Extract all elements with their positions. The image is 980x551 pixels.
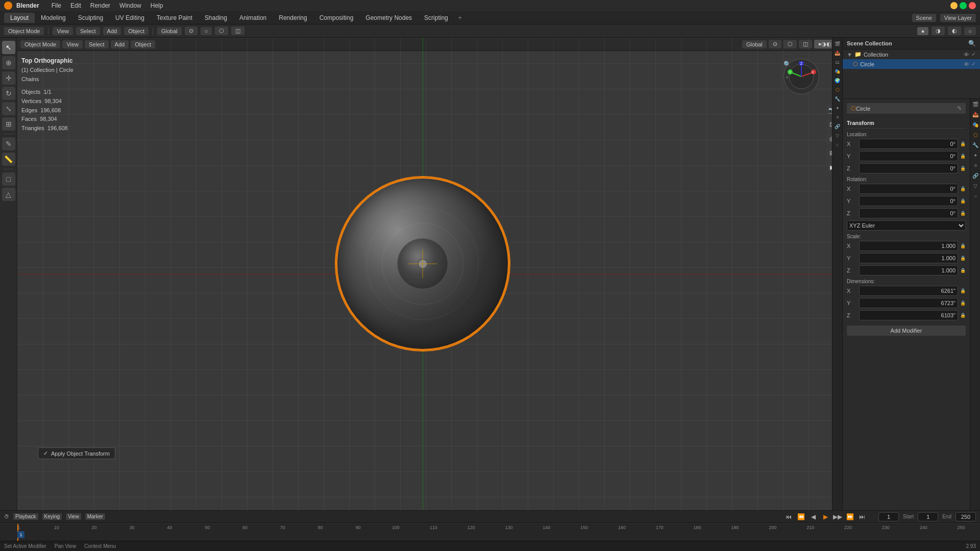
loc-z-icon[interactable]: 🔒 <box>960 166 966 171</box>
proportional-edit-toggle[interactable]: ○ <box>201 27 212 35</box>
dim-y-input[interactable] <box>859 298 958 308</box>
menu-window[interactable]: Window <box>115 1 145 10</box>
shading-solid[interactable]: ● <box>917 27 929 35</box>
prop-tab-constraints[interactable]: 🔗 <box>970 170 980 181</box>
prop-tab-data[interactable]: ▽ <box>970 181 980 191</box>
collection-eye-icon[interactable]: 👁 <box>964 52 969 58</box>
next-keyframe-button[interactable]: ⏩ <box>846 513 854 521</box>
material-properties-icon[interactable]: ○ <box>834 141 842 149</box>
snap-toggle[interactable]: ⊙ <box>185 27 198 35</box>
add-modifier-button[interactable]: Add Modifier <box>847 325 966 336</box>
playback-menu[interactable]: Playback <box>13 513 38 520</box>
tab-compositing[interactable]: Compositing <box>313 13 360 23</box>
current-frame-input[interactable] <box>878 512 899 521</box>
cursor-tool[interactable]: ⊕ <box>2 56 15 69</box>
tab-scripting[interactable]: Scripting <box>418 13 454 23</box>
rot-z-input[interactable] <box>859 208 958 218</box>
add-cube-tool[interactable]: □ <box>2 172 15 186</box>
object-name-edit-icon[interactable]: ✎ <box>957 105 962 112</box>
add-cone-tool[interactable]: △ <box>2 188 15 201</box>
tab-texture-paint[interactable]: Texture Paint <box>151 13 199 23</box>
menu-edit[interactable]: Edit <box>66 1 85 10</box>
dim-y-icon[interactable]: 🔒 <box>960 300 966 306</box>
prop-tab-particles[interactable]: ✦ <box>970 150 980 160</box>
skip-start-button[interactable]: ⏮ <box>785 513 793 521</box>
scene-dropdown[interactable]: Scene <box>912 14 936 22</box>
loc-x-input[interactable] <box>859 139 958 149</box>
scale-y-input[interactable] <box>859 253 958 263</box>
frame-start-input[interactable] <box>918 512 938 521</box>
object-properties-icon[interactable]: ⬡ <box>834 86 842 94</box>
loc-z-input[interactable] <box>859 163 958 173</box>
navigation-gizmo[interactable]: X Y Z 🔍 + <box>781 56 822 97</box>
rotate-tool[interactable]: ↻ <box>2 87 15 100</box>
scale-z-icon[interactable]: 🔒 <box>960 268 966 273</box>
apply-transform-bar[interactable]: ✓ Apply Object Transform <box>38 447 115 459</box>
viewport-add-menu[interactable]: Add <box>103 27 121 35</box>
circle-eye-icon[interactable]: 👁 <box>964 61 969 67</box>
transform-title[interactable]: Transform <box>847 118 966 129</box>
dim-x-icon[interactable]: 🔒 <box>960 288 966 293</box>
dim-z-icon[interactable]: 🔒 <box>960 313 966 318</box>
rot-x-input[interactable] <box>859 184 958 194</box>
loc-y-icon[interactable]: 🔒 <box>960 154 966 159</box>
transform-tool[interactable]: ⊞ <box>2 117 15 131</box>
3d-object-circle[interactable] <box>336 177 509 350</box>
render-properties-icon[interactable]: 🎬 <box>834 40 842 48</box>
view-layer-dropdown[interactable]: View Layer <box>940 14 976 22</box>
viewport-object-menu[interactable]: Object <box>124 27 149 35</box>
loc-y-input[interactable] <box>859 151 958 161</box>
tab-geometry-nodes[interactable]: Geometry Nodes <box>359 13 418 23</box>
scale-tool[interactable]: ⤡ <box>2 102 15 115</box>
tab-modeling[interactable]: Modeling <box>35 13 72 23</box>
rotation-mode-select[interactable]: XYZ Euler <box>847 220 966 231</box>
viewport-view-menu[interactable]: View <box>53 27 73 35</box>
physics-properties-icon[interactable]: ⚛ <box>834 113 842 121</box>
prop-tab-output[interactable]: 📤 <box>970 109 980 119</box>
close-button[interactable] <box>969 2 976 9</box>
overlay-toggle[interactable]: ⬡ <box>215 27 228 35</box>
measure-tool[interactable]: 📏 <box>2 153 15 166</box>
output-properties-icon[interactable]: 📤 <box>834 49 842 57</box>
tab-sculpting[interactable]: Sculpting <box>72 13 109 23</box>
frame-end-input[interactable] <box>955 512 976 521</box>
collection-check-icon[interactable]: ✓ <box>971 51 976 58</box>
scene-properties-icon[interactable]: 🎭 <box>834 67 842 76</box>
menu-render[interactable]: Render <box>86 1 114 10</box>
outliner-search-icon[interactable]: 🔍 <box>968 40 976 47</box>
shading-rendered[interactable]: ◐ <box>948 27 961 35</box>
rot-y-icon[interactable]: 🔒 <box>960 198 966 204</box>
scale-x-input[interactable] <box>859 241 958 251</box>
scale-z-input[interactable] <box>859 265 958 276</box>
object-mode-dropdown[interactable]: Object Mode <box>4 27 44 35</box>
outliner-item-collection[interactable]: ▼ 📁 Collection 👁 ✓ <box>843 49 980 59</box>
rot-y-input[interactable] <box>859 196 958 206</box>
viewport[interactable]: Object Mode View Select Add Object Globa… <box>17 38 842 510</box>
circle-check-icon[interactable]: ✓ <box>971 61 976 67</box>
prop-tab-physics[interactable]: ⚛ <box>970 160 980 170</box>
rot-x-icon[interactable]: 🔒 <box>960 186 966 191</box>
maximize-button[interactable] <box>960 2 967 9</box>
constraints-properties-icon[interactable]: 🔗 <box>834 122 842 131</box>
particles-properties-icon[interactable]: ✦ <box>834 104 842 112</box>
modifier-properties-icon[interactable]: 🔧 <box>834 95 842 103</box>
shading-material[interactable]: ◑ <box>932 27 945 35</box>
prev-keyframe-button[interactable]: ⏪ <box>797 513 805 521</box>
data-properties-icon[interactable]: ▽ <box>834 132 842 140</box>
menu-help[interactable]: Help <box>146 1 167 10</box>
annotate-tool[interactable]: ✎ <box>2 137 15 151</box>
gizmo-circle[interactable]: X Y Z <box>783 59 819 94</box>
marker-menu[interactable]: Marker <box>85 513 105 520</box>
menu-file[interactable]: File <box>47 1 65 10</box>
scale-x-icon[interactable]: 🔒 <box>960 243 966 248</box>
play-button[interactable]: ▶ <box>821 513 829 521</box>
rot-z-icon[interactable]: 🔒 <box>960 211 966 216</box>
prev-frame-button[interactable]: ◀ <box>809 513 817 521</box>
move-tool[interactable]: ✛ <box>2 71 15 85</box>
dim-x-input[interactable] <box>859 286 958 296</box>
scale-y-icon[interactable]: 🔒 <box>960 256 966 261</box>
viewport-select-menu[interactable]: Select <box>76 27 100 35</box>
view-menu[interactable]: View <box>66 513 81 520</box>
prop-tab-render[interactable]: 🎬 <box>970 99 980 109</box>
view-layer-properties-icon[interactable]: 🗂 <box>834 58 842 66</box>
